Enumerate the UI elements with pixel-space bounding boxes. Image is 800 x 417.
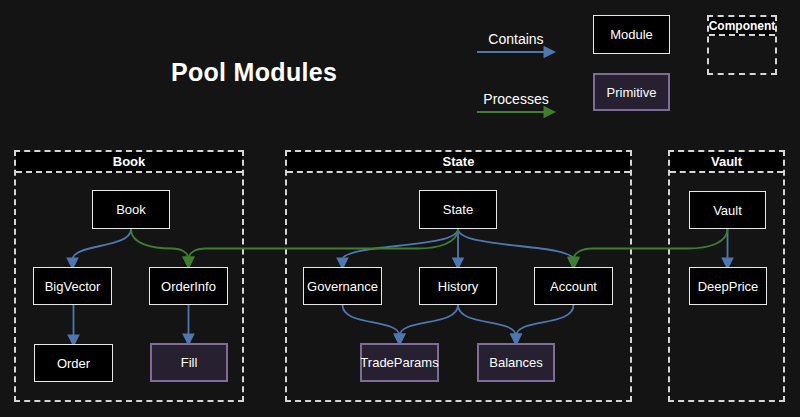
container-state-title: State (287, 152, 630, 173)
legend-contains-label: Contains (460, 31, 572, 47)
node-fill[interactable]: Fill (150, 343, 228, 382)
legend-component-label: Component (709, 17, 775, 36)
node-orderinfo[interactable]: OrderInfo (149, 267, 228, 305)
node-account[interactable]: Account (534, 267, 613, 305)
node-governance[interactable]: Governance (303, 267, 382, 305)
node-tradeparams[interactable]: TradeParams (360, 343, 439, 382)
node-history[interactable]: History (419, 267, 497, 305)
node-state[interactable]: State (419, 190, 497, 229)
legend-processes-label: Processes (460, 91, 572, 107)
pool-modules-diagram: Pool Modules Contains Processes Module P… (0, 0, 800, 417)
legend-primitive-box: Primitive (593, 73, 670, 111)
node-deepprice[interactable]: DeepPrice (689, 267, 767, 305)
node-bigvector[interactable]: BigVector (33, 267, 112, 305)
page-title: Pool Modules (171, 58, 337, 87)
legend-module-box: Module (593, 15, 670, 54)
node-vault[interactable]: Vault (689, 191, 766, 229)
container-book-title: Book (16, 152, 242, 173)
node-balances[interactable]: Balances (477, 343, 555, 382)
container-vault-title: Vault (670, 152, 783, 173)
node-book[interactable]: Book (92, 190, 170, 229)
node-order[interactable]: Order (34, 344, 113, 382)
legend-component-box: Component (707, 15, 777, 75)
